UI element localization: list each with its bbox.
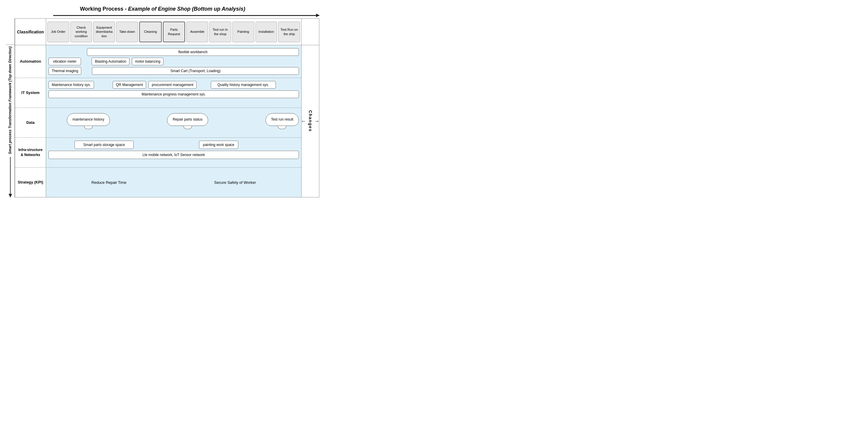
class-test-run-ship: Test Run on the ship — [278, 22, 300, 42]
data-content-area: maintenance history Repair parts status … — [46, 108, 301, 137]
lte-mobile-box: Lte mobile network, IoT Sensor network — [49, 151, 299, 159]
flexible-workbench-box: flexible workbench — [87, 48, 299, 56]
it-system-label: IT System — [15, 78, 46, 107]
transformation-arrow: Smart process Transformation Framework (… — [6, 18, 15, 197]
classification-row: Classification Job Order Check working c… — [15, 19, 301, 45]
class-parts-request: Parts Request — [163, 22, 185, 42]
it-content: Maintenance history sys. QR Management p… — [46, 78, 301, 107]
class-assemble: Assemble — [186, 22, 208, 42]
strategy-row: Strategy (KPI) Reduce Repair Time Secure… — [15, 168, 301, 197]
infrastructure-label: Infra-structure & Networks — [15, 138, 46, 167]
reduce-repair-label: Reduce Repair Time — [91, 180, 127, 185]
automation-label: Automation — [15, 45, 46, 78]
class-check-working: Check working condition — [70, 22, 92, 42]
framework-label: Smart process Transformation Framework (… — [7, 45, 13, 156]
painting-workspace-box: painting work space — [199, 141, 238, 149]
data-label: Data — [15, 108, 46, 137]
automation-row: Automation flexible workbench vibration … — [15, 45, 301, 78]
infrastructure-row: Infra-structure & Networks Smart parts s… — [15, 138, 301, 168]
smart-parts-storage-box: Smart parts storage space — [74, 141, 134, 149]
class-installation: Installation — [255, 22, 277, 42]
motor-balancing-box: motor balancing — [132, 58, 163, 65]
quality-history-box: Quality history management sys. — [211, 81, 276, 89]
class-painting: Painting — [232, 22, 254, 42]
repair-parts-bubble: Repair parts status — [167, 113, 208, 129]
class-takedown: Take-down — [116, 22, 138, 42]
maintenance-history-bubble: maintenance history — [67, 113, 110, 129]
data-row: Data maintenance history Repair parts st… — [15, 108, 301, 138]
test-run-result-bubble: Test run result — [266, 113, 299, 129]
class-test-run-shop: Test run In the shop — [209, 22, 231, 42]
classification-label: Classification — [15, 19, 46, 45]
classification-cells: Job Order Check working condition Equipm… — [46, 19, 301, 45]
process-arrow — [53, 15, 319, 16]
it-system-row: IT System Maintenance history sys. QR Ma… — [15, 78, 301, 108]
maintenance-history-sys-box: Maintenance history sys. — [49, 81, 94, 89]
blasting-automation-box: Blasting Automation — [92, 58, 129, 65]
class-equipment: Equipment disembarka tion — [93, 22, 115, 42]
changes-column: ↑ Changes ↓ — [301, 19, 319, 197]
class-cleaning: Cleaning — [139, 22, 162, 42]
qr-management-box: QR Management — [113, 81, 146, 89]
infra-content-area: Smart parts storage space painting work … — [46, 138, 301, 167]
vibration-meter-box: vibration meter — [49, 58, 81, 65]
automation-content: flexible workbench vibration meter Blast… — [46, 45, 301, 78]
class-job-order: Job Order — [47, 22, 69, 42]
smart-cart-box: Smart Cart (Transport, Loading) — [92, 67, 299, 75]
secure-safety-label: Secure Safety of Worker — [214, 180, 256, 185]
maintenance-progress-box: Maintenance progress management sys. — [49, 91, 299, 98]
strategy-label: Strategy (KPI) — [15, 168, 46, 197]
thermal-imaging-box: Thermal imaging — [49, 67, 81, 75]
changes-label: Changes — [308, 110, 313, 132]
procurement-management-box: procurement management — [148, 81, 196, 89]
main-title: Working Process - Example of Engine Shop… — [6, 6, 319, 12]
strategy-content: Reduce Repair Time Secure Safety of Work… — [46, 168, 301, 197]
